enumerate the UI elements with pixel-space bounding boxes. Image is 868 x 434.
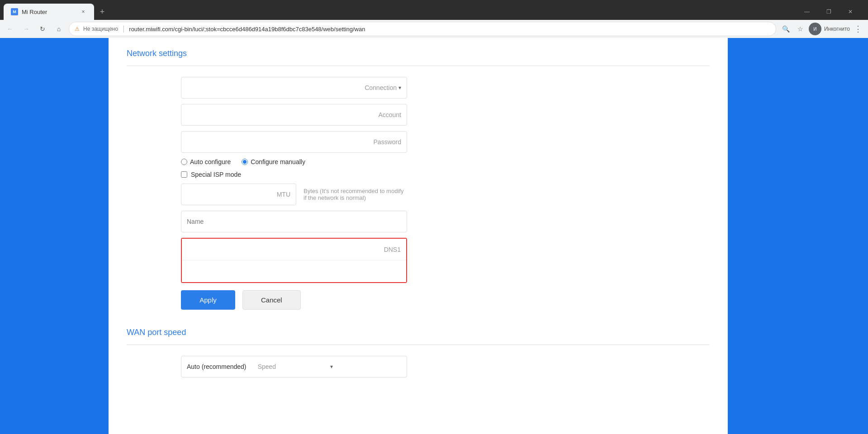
manual-configure-label: Configure manually: [251, 158, 305, 165]
address-bar[interactable]: ⚠ Не защищено | router.miwifi.com/cgi-bi…: [69, 22, 776, 36]
tab-favicon: M: [11, 8, 18, 15]
browser-menu-button[interactable]: ⋮: [852, 23, 864, 35]
password-field[interactable]: pflhdnrj Password: [181, 131, 407, 153]
reload-button[interactable]: ↻: [36, 23, 49, 35]
main-content: Network settings PPPoE Connection ▾ user…: [109, 38, 728, 434]
minimize-button[interactable]: —: [797, 5, 817, 19]
dns1-label: DNS1: [384, 246, 401, 253]
button-row: Apply Cancel: [181, 290, 407, 310]
not-secure-label: Не защищено: [83, 26, 118, 32]
security-icon: ⚠: [75, 26, 80, 32]
close-button[interactable]: ✕: [840, 5, 861, 19]
manual-configure-option[interactable]: Configure manually: [242, 158, 305, 165]
maximize-button[interactable]: ❐: [818, 5, 839, 19]
connection-label: Connection: [365, 84, 397, 91]
separator: |: [123, 25, 124, 33]
connection-type-field[interactable]: PPPoE Connection ▾: [181, 77, 407, 99]
account-field[interactable]: user77324 Account: [181, 104, 407, 126]
bookmark-icon[interactable]: ☆: [794, 23, 807, 35]
section-divider: [127, 66, 710, 66]
url-text: router.miwifi.com/cgi-bin/luci/;stok=cbc…: [129, 26, 770, 33]
dns2-input[interactable]: 8.8.8.8: [187, 268, 401, 275]
mtu-input[interactable]: 1480: [187, 191, 277, 198]
password-label: Password: [374, 138, 401, 146]
mtu-field[interactable]: 1480 MTU: [181, 184, 296, 205]
password-input[interactable]: pflhdnrj: [187, 138, 370, 146]
name-input[interactable]: [187, 218, 401, 225]
section2-divider: [127, 344, 710, 345]
name-field[interactable]: [181, 211, 407, 232]
wan-speed-dropdown-arrow[interactable]: ▾: [330, 363, 401, 370]
apply-button[interactable]: Apply: [181, 290, 235, 310]
left-sidebar: [0, 38, 109, 434]
manual-configure-radio[interactable]: [242, 159, 248, 165]
special-isp-checkbox[interactable]: [181, 171, 187, 178]
search-icon[interactable]: 🔍: [780, 23, 792, 35]
mtu-note: Bytes (It's not recommended to modify if…: [304, 188, 407, 201]
profile-icon[interactable]: И: [809, 23, 821, 35]
dns2-field[interactable]: 8.8.8.8: [182, 260, 406, 282]
dns1-input[interactable]: 8.8.4.4: [187, 246, 384, 253]
tab-close-button[interactable]: ×: [80, 8, 87, 15]
connection-dropdown-arrow[interactable]: ▾: [398, 85, 401, 91]
wan-port-speed-title: WAN port speed: [127, 328, 710, 337]
form-area: PPPoE Connection ▾ user77324 Account pfl…: [181, 77, 407, 310]
auto-configure-label: Auto configure: [190, 158, 231, 165]
tab-title: Mi Router: [22, 9, 76, 15]
browser-chrome: M Mi Router × + — ❐ ✕ ← → ↻ ⌂ ⚠ Не защищ…: [0, 0, 868, 38]
address-bar-row: ← → ↻ ⌂ ⚠ Не защищено | router.miwifi.co…: [0, 20, 868, 38]
tab-bar: M Mi Router × + — ❐ ✕: [0, 0, 868, 20]
dns-box: 8.8.4.4 DNS1 8.8.8.8: [181, 238, 407, 283]
address-right-icons: 🔍 ☆ И Инкогнито ⋮: [780, 23, 864, 35]
cancel-button[interactable]: Cancel: [242, 290, 301, 310]
profile-label: И: [813, 27, 816, 32]
wan-speed-field[interactable]: Auto (recommended) Speed ▾: [181, 356, 407, 377]
wan-speed-value: Auto (recommended): [187, 363, 258, 370]
special-isp-group: Special ISP mode: [181, 171, 407, 178]
auto-configure-radio[interactable]: [181, 159, 187, 165]
mtu-label: MTU: [277, 191, 290, 198]
incognito-label: Инкогнито: [824, 26, 850, 32]
auto-configure-option[interactable]: Auto configure: [181, 158, 231, 165]
wan-speed-label: Speed: [258, 363, 329, 370]
home-button[interactable]: ⌂: [52, 23, 65, 35]
forward-button[interactable]: →: [20, 23, 33, 35]
account-input[interactable]: user77324: [187, 111, 375, 118]
back-button[interactable]: ←: [4, 23, 16, 35]
special-isp-label: Special ISP mode: [191, 171, 241, 178]
browser-tab[interactable]: M Mi Router ×: [4, 4, 94, 20]
right-sidebar: [728, 38, 868, 434]
connection-type-input[interactable]: PPPoE: [187, 84, 361, 91]
network-settings-title: Network settings: [127, 49, 710, 58]
configure-mode-group: Auto configure Configure manually: [181, 158, 407, 165]
window-controls: — ❐ ✕: [797, 5, 864, 19]
account-label: Account: [378, 111, 401, 118]
dns1-field[interactable]: 8.8.4.4 DNS1: [182, 239, 406, 260]
page-wrapper: Network settings PPPoE Connection ▾ user…: [0, 38, 868, 434]
new-tab-button[interactable]: +: [96, 5, 109, 18]
mtu-row: 1480 MTU Bytes (It's not recommended to …: [181, 184, 407, 205]
